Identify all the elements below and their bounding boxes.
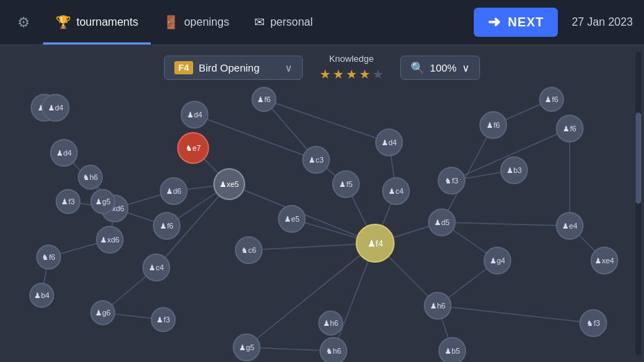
chess-node-g5b[interactable]: ♟g5 xyxy=(233,334,261,361)
nav-label-openings: openings xyxy=(184,16,229,28)
nav-label-personal: personal xyxy=(270,16,313,28)
chess-node-h6r[interactable]: ♟h6 xyxy=(424,292,452,320)
nav-date: 27 Jan 2023 xyxy=(572,16,633,28)
mastery-icon: 🔍 xyxy=(411,61,424,74)
chess-node-xe5[interactable]: ♟xe5 xyxy=(213,168,245,200)
chess-node-g6[interactable]: ♟g6 xyxy=(90,300,115,325)
chess-node-d4top[interactable]: ♟d4 xyxy=(42,94,69,122)
door-icon: 🚪 xyxy=(163,15,179,30)
nav-right: ➜ NEXT 27 Jan 2023 xyxy=(474,8,633,37)
top-navigation: ⚙ 🏆 tournaments 🚪 openings ✉ personal ➜ … xyxy=(0,0,644,45)
chess-node-c6[interactable]: ♞c6 xyxy=(235,236,263,264)
f4-badge: F4 xyxy=(174,61,193,74)
chess-node-f6top[interactable]: ♟f6 xyxy=(251,87,276,112)
chess-node-nf6_ll[interactable]: ♞f6 xyxy=(36,245,61,270)
nav-item-openings[interactable]: 🚪 openings xyxy=(151,9,242,35)
nav-item-tournaments[interactable]: 🏆 tournaments xyxy=(43,9,151,35)
chess-node-g5[interactable]: ♟g5 xyxy=(90,189,115,214)
opening-name: Bird Opening xyxy=(199,62,260,74)
chess-node-h6_tl[interactable]: ♞h6 xyxy=(78,165,103,190)
chess-node-f3_ll[interactable]: ♟f3 xyxy=(151,307,176,332)
knowledge-section: Knowledge ★ ★ ★ ★ ★ xyxy=(320,54,383,82)
chess-node-f3r[interactable]: ♞f3 xyxy=(438,167,465,195)
chess-node-f6rr[interactable]: ♟f6 xyxy=(556,115,584,142)
chess-node-d4r[interactable]: ♟d4 xyxy=(375,129,403,156)
settings-button[interactable]: ⚙ xyxy=(11,10,36,35)
svg-line-40 xyxy=(438,306,593,323)
chess-node-f6r[interactable]: ♟f6 xyxy=(479,111,507,139)
svg-line-34 xyxy=(195,115,316,160)
chess-node-h6b[interactable]: ♞h6 xyxy=(320,337,347,362)
svg-line-32 xyxy=(264,99,389,142)
chess-node-e4[interactable]: ♟e4 xyxy=(556,212,584,240)
mastery-button[interactable]: 🔍 100% ∨ xyxy=(400,56,480,80)
chess-node-f3_left[interactable]: ♟f3 xyxy=(56,189,81,214)
star-3: ★ xyxy=(346,67,357,82)
star-2: ★ xyxy=(333,67,344,82)
svg-line-27 xyxy=(442,222,570,226)
trophy-icon: 🏆 xyxy=(56,15,71,30)
star-4: ★ xyxy=(359,67,370,82)
chess-node-e5b[interactable]: ♟e5 xyxy=(278,205,306,233)
mastery-value: 100% xyxy=(430,62,456,74)
map-area: F4 Bird Opening ∨ Knowledge ★ ★ ★ ★ ★ 🔍 … xyxy=(0,45,644,362)
chess-node-h6rr[interactable]: ♟h6 xyxy=(318,311,343,336)
knowledge-label: Knowledge xyxy=(329,54,374,64)
chess-node-b4[interactable]: ♟b4 xyxy=(29,283,54,308)
chess-node-c4b[interactable]: ♟c4 xyxy=(382,177,410,205)
chess-node-d6[interactable]: ♟d6 xyxy=(160,177,188,205)
nav-item-personal[interactable]: ✉ personal xyxy=(242,9,325,35)
chess-node-c3[interactable]: ♟c3 xyxy=(302,146,330,174)
chess-node-center[interactable]: ♟f4 xyxy=(356,224,395,263)
nav-label-tournaments: tournaments xyxy=(76,16,138,28)
chess-node-f3rr[interactable]: ♞f3 xyxy=(579,309,607,337)
chess-node-g4[interactable]: ♟g4 xyxy=(484,247,511,274)
chess-node-f6_left[interactable]: ♟f6 xyxy=(153,212,181,240)
svg-line-24 xyxy=(246,243,375,347)
opening-selector[interactable]: F4 Bird Opening ∨ xyxy=(164,56,303,80)
chess-node-xd6b[interactable]: ♟xd6 xyxy=(96,226,124,254)
chess-node-xe4[interactable]: ♟xe4 xyxy=(591,247,618,274)
map-top-bar: F4 Bird Opening ∨ Knowledge ★ ★ ★ ★ ★ 🔍 … xyxy=(0,54,644,82)
chess-node-b5[interactable]: ♟b5 xyxy=(438,337,466,362)
stars-container: ★ ★ ★ ★ ★ xyxy=(320,67,383,82)
star-1: ★ xyxy=(320,67,331,82)
chess-node-d4b[interactable]: ♟d4 xyxy=(181,101,208,129)
scrollbar-track[interactable] xyxy=(636,52,641,355)
next-button[interactable]: ➜ NEXT xyxy=(474,8,558,37)
chess-node-f5[interactable]: ♟f5 xyxy=(332,170,360,198)
chess-node-d5[interactable]: ♟d5 xyxy=(428,208,456,236)
chess-node-e7[interactable]: ♞e7 xyxy=(177,132,209,164)
scrollbar-thumb[interactable] xyxy=(636,113,641,204)
chess-node-d4_tl[interactable]: ♟d4 xyxy=(50,139,78,167)
chess-node-f6topb[interactable]: ♟f6 xyxy=(539,87,564,112)
arrow-icon: ➜ xyxy=(488,13,501,31)
chess-node-b3[interactable]: ♟b3 xyxy=(500,156,528,184)
next-label: NEXT xyxy=(508,15,544,30)
opening-chevron-icon: ∨ xyxy=(285,62,292,74)
mastery-chevron-icon: ∨ xyxy=(462,62,470,74)
star-5: ★ xyxy=(372,67,383,82)
chess-node-c4[interactable]: ♟c4 xyxy=(142,254,170,281)
mail-icon: ✉ xyxy=(254,15,265,30)
